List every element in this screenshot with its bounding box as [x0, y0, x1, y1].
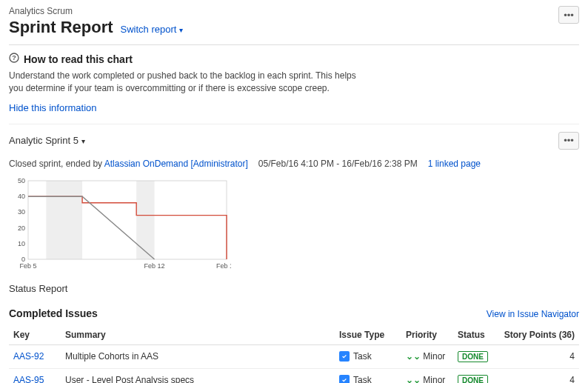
priority-label: Minor [423, 375, 445, 383]
issue-type-label: Task [353, 351, 372, 362]
issue-summary: Multiple Cohorts in AAS [61, 344, 335, 368]
completed-issues-table: Key Summary Issue Type Priority Status S… [9, 325, 579, 383]
chart-info-panel: ? How to read this chart Understand the … [9, 53, 579, 113]
issue-key-link[interactable]: AAS-92 [13, 351, 44, 362]
svg-text:30: 30 [18, 208, 25, 216]
info-description: Understand the work completed or pushed … [9, 70, 364, 95]
ended-by-user-link[interactable]: Atlassian OnDemand [Administrator] [104, 159, 248, 169]
table-row: AAS-95User - Level Post Analysis specsTa… [9, 368, 579, 383]
col-summary[interactable]: Summary [61, 325, 335, 345]
chevron-down-icon: ▾ [81, 137, 85, 145]
svg-text:50: 50 [18, 177, 25, 184]
priority-label: Minor [423, 351, 445, 362]
col-priority[interactable]: Priority [401, 325, 453, 345]
svg-text:Feb 12: Feb 12 [144, 262, 165, 270]
switch-report-label: Switch report [121, 24, 177, 35]
table-row: AAS-92Multiple Cohorts in AASTask⌄⌄ Mino… [9, 344, 579, 368]
status-badge: DONE [458, 375, 488, 383]
svg-text:20: 20 [18, 224, 25, 231]
col-status[interactable]: Status [453, 325, 498, 345]
svg-text:Feb 16: Feb 16 [216, 262, 231, 270]
more-actions-button[interactable]: ••• [558, 6, 579, 24]
chevron-down-icon: ▾ [179, 26, 183, 34]
col-key[interactable]: Key [9, 325, 61, 345]
hide-info-link[interactable]: Hide this information [9, 102, 579, 113]
completed-issues-heading: Completed Issues [9, 307, 98, 319]
svg-text:40: 40 [18, 193, 25, 200]
col-issue-type[interactable]: Issue Type [335, 325, 401, 345]
priority-minor-icon: ⌄⌄ [406, 351, 421, 362]
story-points-value: 4 [498, 344, 579, 368]
sprint-name-label: Analytic Sprint 5 [9, 135, 78, 146]
issue-key-link[interactable]: AAS-95 [13, 375, 44, 383]
svg-text:Feb 5: Feb 5 [19, 262, 36, 270]
task-icon [339, 375, 350, 383]
info-title: How to read this chart [24, 53, 133, 65]
help-icon: ? [9, 53, 19, 65]
sprint-date-range: 05/Feb/16 4:10 PM - 16/Feb/16 2:38 PM [258, 159, 418, 169]
task-icon [339, 351, 350, 362]
svg-rect-3 [136, 181, 154, 259]
ellipsis-icon: ••• [564, 10, 574, 21]
story-points-value: 4 [498, 368, 579, 383]
switch-report-link[interactable]: Switch report ▾ [121, 24, 184, 35]
sprint-more-actions-button[interactable]: ••• [558, 132, 579, 150]
status-badge: DONE [458, 351, 488, 362]
issue-type-label: Task [353, 375, 372, 383]
linked-pages-link[interactable]: 1 linked page [428, 159, 481, 169]
view-in-issue-navigator-link[interactable]: View in Issue Navigator [487, 309, 579, 319]
svg-rect-2 [46, 181, 82, 259]
page-title: Sprint Report [9, 18, 113, 37]
status-report-heading: Status Report [9, 283, 579, 294]
ellipsis-icon: ••• [564, 135, 574, 146]
breadcrumb[interactable]: Analytics Scrum [9, 6, 183, 16]
svg-text:?: ? [12, 54, 16, 61]
issue-summary: User - Level Post Analysis specs [61, 368, 335, 383]
sprint-selector[interactable]: Analytic Sprint 5 ▾ [9, 135, 85, 146]
priority-minor-icon: ⌄⌄ [406, 375, 421, 383]
closed-sprint-label: Closed sprint, ended by [9, 159, 102, 169]
burndown-chart: 01020304050Feb 5Feb 12Feb 16 [9, 176, 579, 273]
svg-text:10: 10 [18, 239, 25, 247]
col-story-points[interactable]: Story Points (36) [498, 325, 579, 345]
